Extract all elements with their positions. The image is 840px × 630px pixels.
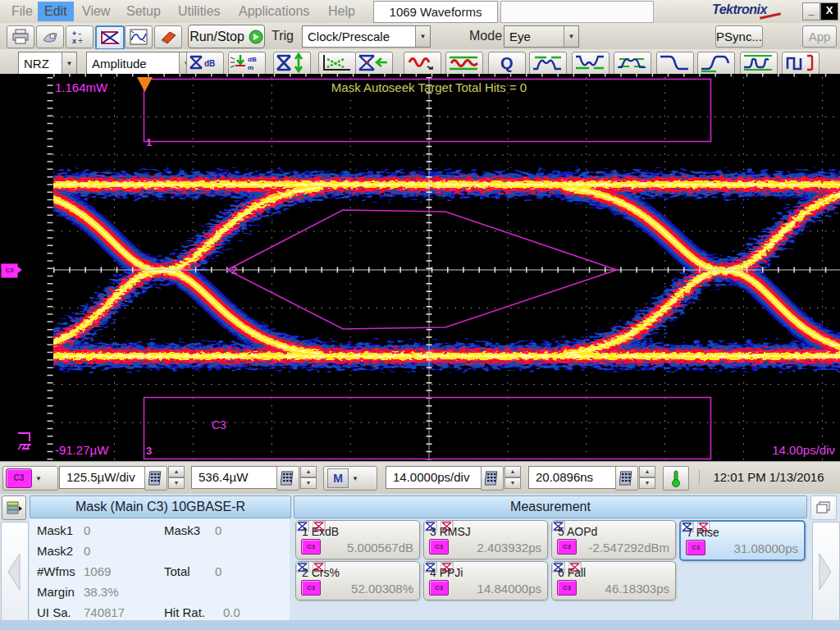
noise-pp-button[interactable] — [445, 52, 483, 75]
measurement-cell-rise[interactable]: 7 Rise C3 31.08000ps — [679, 520, 806, 561]
vertical-scale-keypad-button[interactable] — [144, 466, 167, 491]
horizontal-position-spinner[interactable]: ▲▼ — [639, 466, 655, 489]
fall-level-button[interactable] — [656, 52, 694, 75]
avg-power-dbm-button[interactable]: dBm — [228, 52, 266, 75]
app-button[interactable]: App — [802, 25, 837, 48]
menu-utilities[interactable]: Utilities — [171, 2, 227, 21]
source-badge[interactable]: C3 — [429, 580, 449, 596]
mask-test-button[interactable] — [95, 25, 125, 50]
pulse-levels-icon — [741, 52, 775, 73]
measure-setup-button[interactable] — [125, 25, 153, 48]
crossing-percent-button[interactable] — [318, 52, 356, 75]
pulse-levels-button[interactable] — [740, 52, 778, 75]
results-area: Mask (Main C3) 10GBASE-R Mask1 0 Mask3 0… — [0, 494, 840, 630]
menu-edit[interactable]: Edit — [38, 2, 74, 21]
eye-width-button[interactable] — [355, 52, 393, 75]
mask-panel-header[interactable]: Mask (Main C3) 10GBASE-R — [30, 495, 291, 518]
channel-select[interactable]: C3 ▼ — [2, 466, 58, 491]
spin-down-icon[interactable]: ▼ — [300, 477, 317, 489]
minimize-button[interactable]: _ — [802, 2, 820, 21]
measurement-cell-exdb[interactable]: 1 ExdB C3 5.000567dB — [295, 520, 420, 559]
crossing-percent-icon — [319, 52, 354, 73]
temperature-status-button[interactable] — [663, 466, 689, 491]
measurement-cell-aopd[interactable]: 5 AOPd C3 -2.547292dBm — [551, 520, 676, 559]
undershoot-button[interactable] — [572, 52, 609, 75]
trigger-source-select[interactable]: Clock/Prescale ▼ — [302, 25, 431, 48]
eye-high-low-button[interactable] — [614, 52, 651, 75]
clear-data-button[interactable] — [154, 25, 182, 48]
timebase-select[interactable]: M ▼ — [323, 466, 377, 491]
menu-setup[interactable]: Setup — [120, 2, 167, 21]
meas-category-value: Amplitude — [87, 57, 179, 71]
spin-down-icon[interactable]: ▼ — [639, 477, 655, 489]
spin-up-icon[interactable]: ▲ — [504, 466, 521, 477]
print-button[interactable] — [7, 25, 34, 48]
spin-down-icon[interactable]: ▼ — [168, 477, 185, 489]
source-badge[interactable]: C3 — [557, 580, 577, 596]
fall-level-icon — [657, 52, 692, 73]
menu-help[interactable]: Help — [322, 2, 362, 21]
vertical-offset-spinner[interactable]: ▲▼ — [300, 466, 317, 489]
meas-category-select[interactable]: Amplitude ▼ — [86, 52, 194, 75]
waveform-display[interactable]: 1.164mW Mask Autoseek Target Total Hits … — [0, 74, 840, 461]
horizontal-position-field[interactable]: 20.0896ns — [528, 466, 619, 489]
measurement-cell-crs[interactable]: 2 Crs% C3 52.00308% — [295, 561, 420, 600]
vertical-offset-keypad-button[interactable] — [276, 466, 299, 491]
source-badge[interactable]: C3 — [686, 540, 705, 555]
math-button[interactable]: + -x ÷ — [66, 25, 94, 48]
vertical-offset-field[interactable]: 536.4µW — [191, 466, 280, 489]
measurement-list-button[interactable] — [2, 495, 26, 520]
mask-autoseek-status: Mask Autoseek Target Total Hits = 0 — [0, 80, 840, 94]
menu-view[interactable]: View — [75, 2, 116, 21]
spin-up-icon[interactable]: ▲ — [168, 466, 185, 477]
measurement-panel-header[interactable]: Measurement — [294, 495, 807, 518]
spin-down-icon[interactable]: ▼ — [504, 477, 521, 489]
chevron-down-icon[interactable]: ▼ — [62, 52, 76, 74]
horizontal-scale-field[interactable]: 14.0000ps/div — [386, 466, 484, 489]
horizontal-position-keypad-button[interactable] — [615, 466, 638, 491]
q-factor-button[interactable]: Q — [488, 52, 526, 75]
measurement-cell-rmsj[interactable]: 3 RMSJ C3 2.403932ps — [423, 520, 548, 559]
close-button[interactable]: X — [820, 2, 838, 21]
psync-button[interactable]: PSync... — [715, 25, 763, 48]
measurement-value: 14.84000ps — [477, 582, 541, 596]
chevron-down-icon[interactable]: ▼ — [415, 26, 430, 47]
print-preview-button[interactable] — [36, 25, 64, 48]
vertical-scale-field[interactable]: 125.5µW/div — [59, 466, 148, 489]
source-badge[interactable]: C3 — [301, 539, 321, 555]
jitter-pp-button[interactable] — [404, 52, 441, 75]
eye-amplitude-button[interactable] — [273, 52, 311, 75]
mode-select[interactable]: Eye ▼ — [504, 25, 579, 48]
measurement-name: 7 Rise — [687, 526, 719, 539]
oscilloscope-window: File Edit View Setup Utilities Applicati… — [0, 0, 840, 630]
spin-up-icon[interactable]: ▲ — [639, 466, 655, 477]
horizontal-scale-keypad-button[interactable] — [481, 466, 504, 491]
scroll-right-button[interactable] — [812, 522, 840, 625]
source-badge[interactable]: C3 — [429, 539, 449, 555]
signal-format-select[interactable]: NRZ ▼ — [18, 52, 77, 75]
source-badge[interactable]: C3 — [301, 580, 321, 596]
menu-applications[interactable]: Applications — [232, 2, 316, 21]
menu-file[interactable]: File — [5, 2, 39, 21]
rise-level-button[interactable] — [697, 52, 735, 75]
ext-ratio-db-button[interactable]: dB — [186, 52, 224, 75]
mask3-label: 3 — [146, 445, 152, 457]
measurement-cell-ppji[interactable]: 4 PPJi C3 14.84000ps — [423, 561, 548, 600]
panel-layout-button[interactable] — [810, 495, 837, 520]
channel-marker-arrow-icon — [16, 266, 22, 274]
run-stop-button[interactable]: Run/Stop — [188, 25, 265, 48]
channel-marker[interactable]: C3 — [1, 263, 18, 278]
timebase-chip: M — [327, 468, 349, 488]
spin-up-icon[interactable]: ▲ — [300, 466, 317, 477]
bit-window-button[interactable] — [782, 52, 819, 75]
overshoot-button[interactable] — [529, 52, 567, 75]
scroll-left-button[interactable] — [1, 522, 29, 625]
source-badge[interactable]: C3 — [557, 539, 577, 555]
horizontal-scale-spinner[interactable]: ▲▼ — [504, 466, 521, 489]
list-layers-icon — [6, 500, 22, 515]
measurement-cell-fall[interactable]: 6 Fall C3 46.18303ps — [551, 561, 676, 600]
vertical-scale-spinner[interactable]: ▲▼ — [168, 466, 185, 489]
waveform-measure-icon — [130, 29, 148, 45]
mask-row-label: Mask2 — [37, 544, 73, 558]
chevron-down-icon[interactable]: ▼ — [564, 26, 578, 47]
